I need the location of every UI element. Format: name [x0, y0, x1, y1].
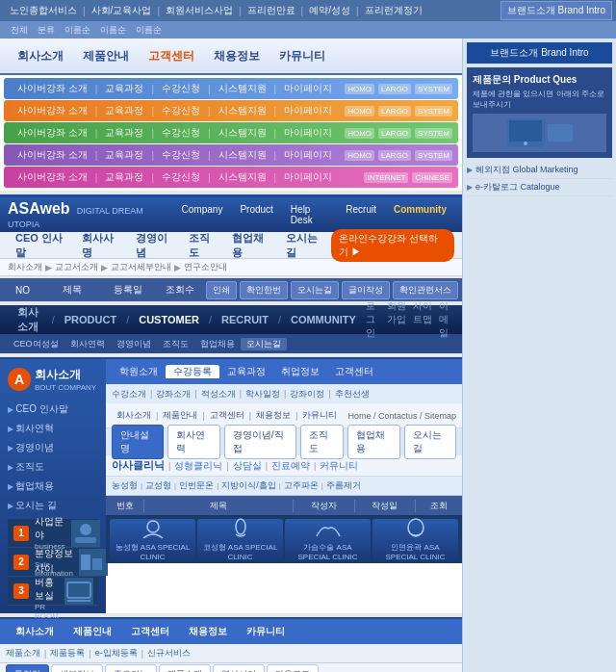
topnav-item-6[interactable]: 프리런계정기: [359, 4, 428, 17]
clinic-sub-3[interactable]: 인번문온: [179, 479, 214, 492]
bar-blue-item-2[interactable]: 교육과정: [97, 82, 151, 95]
bar-pink-item-4[interactable]: 시스템지원: [211, 170, 274, 184]
bar-orange-item-1[interactable]: 사이버강좌 소개: [10, 104, 95, 117]
clinic-btn-5[interactable]: 협업채용: [347, 425, 399, 459]
bar-blue-item-5[interactable]: 마이페이지: [276, 82, 340, 95]
bar-orange-item-3[interactable]: 수강신청: [154, 104, 208, 117]
blue-subnav-5[interactable]: 협업채용: [194, 338, 241, 350]
bar-purple-item-3[interactable]: 수강신청: [154, 148, 208, 162]
clinic-nav-5[interactable]: 카뮤니티: [297, 409, 342, 422]
bar-blue-item-1[interactable]: 사이버강좌 소개: [10, 82, 95, 95]
clinic-img-nongseong[interactable]: 농성형 ASA SPECIAL CLINIC: [110, 519, 195, 559]
blue-nav-email[interactable]: 이메일: [439, 299, 454, 340]
clinic-img-breast[interactable]: 가슴수술 ASA SPECIAL CLINIC: [285, 519, 371, 559]
blue-nav-community[interactable]: COMMUNITY: [281, 314, 366, 325]
bar-blue-item-4[interactable]: 시스템지원: [211, 82, 274, 95]
company-subtab-6[interactable]: 추천선생: [335, 388, 370, 401]
blue-subnav-1[interactable]: CEO여성설: [8, 338, 64, 350]
topnav-item-4[interactable]: 프리런만료: [242, 4, 301, 17]
blue-subnav-4[interactable]: 조직도: [157, 338, 194, 350]
mainnav1-customer[interactable]: 고객센터: [139, 48, 204, 65]
s6-nav-3[interactable]: 고객센터: [121, 625, 179, 638]
asaweb-subnav-6[interactable]: 오시는길: [278, 231, 331, 260]
topnav-item-3[interactable]: 회원서비스사업: [160, 4, 239, 17]
sidebar-link-1[interactable]: ▶ 헤외지점 Global Marketing: [467, 162, 612, 179]
mainnav1-recruit[interactable]: 채용정보: [204, 48, 270, 65]
bar-green-item-5[interactable]: 마이페이지: [276, 126, 340, 140]
asaweb-nav-recruit[interactable]: Recruit: [338, 204, 384, 225]
asaweb-nav-product[interactable]: Product: [232, 204, 280, 225]
subnav1-item-5[interactable]: 이름순: [131, 24, 167, 37]
asaweb-nav-community[interactable]: Community: [386, 204, 454, 225]
clinic-nav-1[interactable]: 회사소개: [112, 409, 156, 422]
search-btn-confirm[interactable]: 확인한번: [240, 281, 288, 299]
company-topnav-2[interactable]: 수강등록: [166, 365, 219, 378]
search-btn-related[interactable]: 확인관련서스: [393, 281, 458, 299]
blue-nav-recruit[interactable]: RECRUIT: [212, 314, 278, 325]
clinic-btn-6[interactable]: 오시는길: [404, 425, 456, 459]
company-subtab-3[interactable]: 적성소개: [201, 388, 236, 401]
asaweb-nav-helpdesk[interactable]: Help Desk: [283, 204, 336, 225]
s6-tab-4[interactable]: 제품소개: [159, 664, 211, 672]
bar-purple-item-5[interactable]: 마이페이지: [276, 148, 340, 162]
bar-orange-item-5[interactable]: 마이페이지: [276, 104, 340, 117]
company-menu-history[interactable]: 회사연혁: [8, 419, 98, 438]
mainnav1-product[interactable]: 제품안내: [73, 48, 139, 65]
bar-purple-item-2[interactable]: 교육과정: [97, 148, 151, 162]
s6-subnav-3[interactable]: e-입체등록: [95, 647, 138, 659]
online-registration-button[interactable]: 온라인수강강좌 선택하기 ▶: [331, 229, 454, 262]
sidebar-link-2[interactable]: ▶ e-카탈로그 Catalogue: [467, 179, 612, 196]
bar-green-item-3[interactable]: 수강신청: [154, 126, 208, 140]
company-topnav-1[interactable]: 학원소개: [112, 365, 166, 378]
business-item-3[interactable]: 3 사이버홍보실 PR ROOM: [8, 577, 98, 606]
s6-nav-5[interactable]: 카뮤니티: [237, 625, 295, 638]
company-subtab-5[interactable]: 강좌이정: [290, 388, 324, 401]
breadcrumb-2[interactable]: 교고서소개: [55, 261, 98, 273]
topnav-item-1[interactable]: 노인종합서비스: [4, 4, 83, 17]
company-menu-ceo[interactable]: CEO 인사말: [8, 400, 98, 419]
clinic-sub-2[interactable]: 교성형: [145, 479, 171, 492]
bar-purple-item-1[interactable]: 사이버강좌 소개: [10, 148, 95, 162]
s6-tab-3[interactable]: 주요기능: [105, 664, 157, 672]
s6-subnav-1[interactable]: 제품소개: [6, 647, 40, 659]
company-topnav-5[interactable]: 고객센터: [327, 365, 381, 378]
bar-pink-item-5[interactable]: 마이페이지: [276, 170, 340, 184]
bar-orange-item-2[interactable]: 교육과정: [97, 104, 151, 117]
bar-green-item-4[interactable]: 시스템지원: [211, 126, 274, 140]
clinic-nav-3[interactable]: 고객센터: [205, 409, 249, 422]
bar-pink-item-2[interactable]: 교육과정: [97, 170, 151, 184]
s6-nav-2[interactable]: 제품인내: [64, 625, 121, 638]
subnav1-item-2[interactable]: 분류: [33, 24, 60, 37]
asaweb-subnav-2[interactable]: 회사사명: [74, 231, 127, 260]
bar-pink-item-1[interactable]: 사이버강좌 소개: [10, 170, 95, 184]
clinic-type-2[interactable]: 상담실: [233, 459, 262, 473]
clinic-nav-2[interactable]: 제품안내: [158, 409, 202, 422]
clinic-sub-4[interactable]: 지방이식/흡입: [221, 479, 276, 492]
topnav-item-5[interactable]: 예약/성성: [303, 4, 356, 17]
clinic-sub-6[interactable]: 주름제거: [326, 479, 361, 492]
s6-subnav-4[interactable]: 신규서비스: [147, 647, 191, 659]
s6-tab-2[interactable]: 세부정보: [51, 664, 103, 672]
breadcrumb-1[interactable]: 회사소개: [8, 261, 42, 273]
bar-blue-item-3[interactable]: 수강신청: [154, 82, 208, 95]
clinic-nav-4[interactable]: 채용정보: [251, 409, 295, 422]
blue-nav-company[interactable]: 회사소개: [8, 305, 52, 334]
asaweb-nav-company[interactable]: Company: [174, 204, 231, 225]
blue-subnav-3[interactable]: 경영이념: [111, 338, 157, 350]
subnav1-item-4[interactable]: 이름순: [95, 24, 131, 37]
subnav1-item-3[interactable]: 이름순: [60, 24, 95, 37]
s6-tab-1[interactable]: 특징점: [6, 664, 49, 672]
s6-tab-6[interactable]: 다운로드: [267, 664, 319, 672]
blue-nav-product[interactable]: PRODUCT: [55, 314, 126, 325]
bar-pink-item-3[interactable]: 수강신청: [154, 170, 208, 184]
clinic-btn-3[interactable]: 경영이념/직접: [224, 425, 296, 459]
search-btn-print[interactable]: 인쇄: [206, 281, 237, 299]
bar-green-item-1[interactable]: 사이버강좌 소개: [10, 126, 95, 140]
company-subtab-2[interactable]: 강좌소개: [156, 388, 191, 401]
breadcrumb-3[interactable]: 교고서세부안내: [111, 261, 171, 273]
s6-tab-5[interactable]: 역사서이: [213, 664, 265, 672]
clinic-img-koseong[interactable]: 코성형 ASA SPECIAL CLINIC: [197, 519, 283, 559]
clinic-type-4[interactable]: 커뮤니티: [320, 459, 358, 473]
clinic-type-3[interactable]: 진료예약: [271, 459, 310, 473]
asaweb-subnav-1[interactable]: CEO 인사말: [8, 231, 74, 260]
